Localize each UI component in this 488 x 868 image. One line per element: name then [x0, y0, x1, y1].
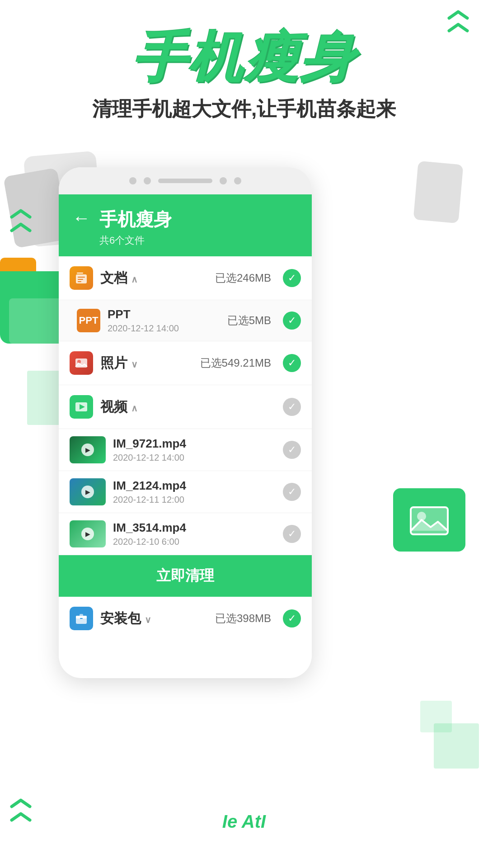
phone-dot-3: [220, 177, 227, 184]
svg-rect-13: [80, 614, 83, 617]
phone-dot-4: [234, 177, 241, 184]
photos-name: 照片 ∨: [100, 354, 193, 373]
video-thumb-3: ▶: [70, 520, 106, 547]
subtitle-text: 清理手机超大文件,让手机苗条起来: [0, 96, 488, 123]
ppt-size: 已选5MB: [227, 313, 271, 328]
folder-tab: [0, 258, 36, 272]
app-header: ← 手机瘦身 共6个文件: [59, 194, 312, 256]
play-btn-1: ▶: [81, 443, 94, 456]
svg-rect-4: [78, 277, 85, 278]
photos-size: 已选549.21MB: [200, 356, 271, 370]
video-name: 视频 ∧: [100, 398, 264, 416]
play-btn-2: ▶: [81, 486, 94, 498]
video-2-date: 2020-12-11 12:00: [113, 495, 276, 505]
docs-name: 文档 ∧: [100, 269, 208, 288]
ppt-date: 2020-12-12 14:00: [108, 323, 220, 334]
ppt-check[interactable]: ✓: [283, 311, 301, 330]
ppt-name: PPT: [108, 307, 220, 321]
package-row[interactable]: 安装包 ∨ 已选398MB ✓: [59, 597, 312, 640]
svg-rect-6: [78, 281, 81, 282]
category-docs: 文档 ∧ 已选246MB ✓ PPT PPT 2020-12-12 14:00 …: [59, 256, 312, 341]
docs-check[interactable]: ✓: [283, 269, 301, 287]
category-docs-row[interactable]: 文档 ∧ 已选246MB ✓: [59, 256, 312, 300]
phone-dot-2: [144, 177, 151, 184]
header-file-count: 共6个文件: [99, 234, 172, 247]
pixel-deco-4: [420, 701, 452, 732]
phone-mockup: ← 手机瘦身 共6个文件 文档 ∧ 已选246MB: [59, 167, 312, 678]
video-3-check[interactable]: ✓: [283, 525, 301, 543]
category-video: 视频 ∧ ✓ ▶ IM_9721.mp4 2020-12-12 14:00 ✓ …: [59, 385, 312, 555]
video-thumb-2: ▶: [70, 478, 106, 505]
video-category-icon: [70, 395, 93, 419]
video-1-info: IM_9721.mp4 2020-12-12 14:00: [113, 437, 276, 463]
svg-rect-5: [78, 279, 83, 280]
ppt-info: PPT 2020-12-12 14:00: [108, 307, 220, 334]
docs-size: 已选246MB: [215, 271, 271, 285]
svg-rect-14: [80, 618, 83, 619]
photos-check[interactable]: ✓: [283, 354, 301, 372]
package-check[interactable]: ✓: [283, 609, 301, 627]
play-btn-3: ▶: [81, 528, 94, 540]
phone-dot-1: [129, 177, 136, 184]
video-item-1[interactable]: ▶ IM_9721.mp4 2020-12-12 14:00 ✓: [59, 429, 312, 471]
video-3-name: IM_3514.mp4: [113, 521, 276, 535]
video-2-name: IM_2124.mp4: [113, 479, 276, 493]
back-arrow-icon[interactable]: ←: [72, 209, 90, 227]
deco-shape-3: [413, 161, 464, 223]
header-text: 手机瘦身 共6个文件: [99, 207, 172, 247]
video-3-info: IM_3514.mp4 2020-12-10 6:00: [113, 521, 276, 547]
package-size: 已选398MB: [215, 611, 271, 626]
video-item-3[interactable]: ▶ IM_3514.mp4 2020-12-10 6:00 ✓: [59, 513, 312, 555]
video-1-check[interactable]: ✓: [283, 441, 301, 459]
bottom-text: Ie AtI: [0, 811, 488, 832]
video-3-date: 2020-12-10 6:00: [113, 537, 276, 547]
category-video-row[interactable]: 视频 ∧ ✓: [59, 385, 312, 429]
photos-icon: [70, 351, 93, 375]
ppt-icon: PPT: [77, 309, 100, 332]
sub-item-ppt[interactable]: PPT PPT 2020-12-12 14:00 已选5MB ✓: [59, 300, 312, 341]
phone-bar-line: [158, 179, 212, 183]
header-title: 手机瘦身: [99, 207, 172, 232]
file-list: 文档 ∧ 已选246MB ✓ PPT PPT 2020-12-12 14:00 …: [59, 256, 312, 640]
chevrons-left-mid: [9, 208, 33, 233]
docs-icon: [70, 266, 93, 290]
main-title: 手机瘦身: [0, 27, 488, 87]
video-1-date: 2020-12-12 14:00: [113, 453, 276, 463]
category-photos: 照片 ∨ 已选549.21MB ✓: [59, 341, 312, 385]
category-photos-row[interactable]: 照片 ∨ 已选549.21MB ✓: [59, 341, 312, 385]
clean-button[interactable]: 立即清理: [59, 555, 312, 597]
package-name: 安装包 ∨: [100, 609, 208, 628]
video-2-check[interactable]: ✓: [283, 483, 301, 501]
video-check[interactable]: ✓: [283, 398, 301, 416]
video-item-2[interactable]: ▶ IM_2124.mp4 2020-12-11 12:00 ✓: [59, 471, 312, 513]
deco-image-icon: [393, 488, 465, 552]
video-thumb-1: ▶: [70, 436, 106, 463]
package-icon: [70, 607, 93, 630]
title-section: 手机瘦身 清理手机超大文件,让手机苗条起来: [0, 27, 488, 123]
video-1-name: IM_9721.mp4: [113, 437, 276, 451]
svg-rect-2: [77, 273, 83, 274]
video-2-info: IM_2124.mp4 2020-12-11 12:00: [113, 479, 276, 505]
phone-top-bar: [59, 167, 312, 194]
